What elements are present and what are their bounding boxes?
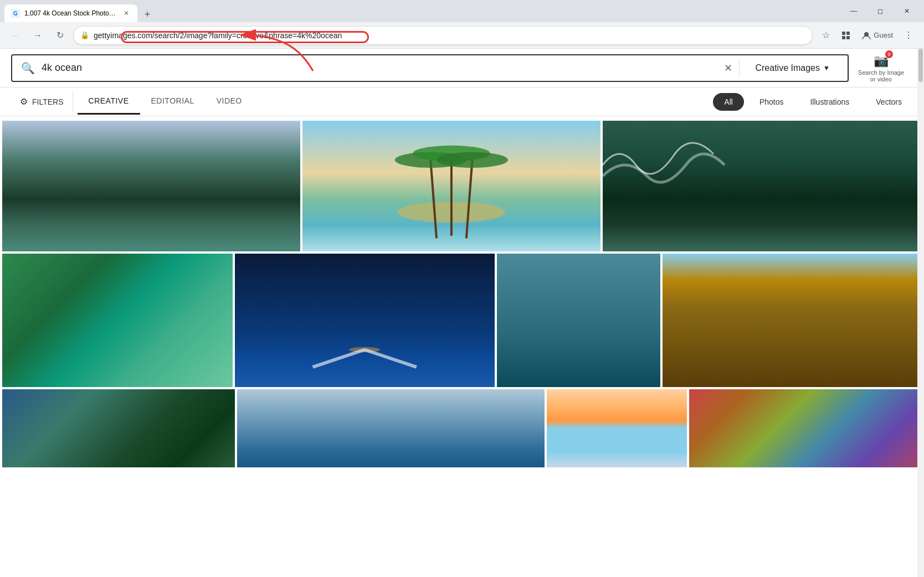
- browser-frame: G 1,007 4k Ocean Stock Photos, H... ✕ + …: [0, 0, 924, 577]
- svg-point-12: [437, 152, 508, 168]
- tab-close-button[interactable]: ✕: [122, 9, 131, 18]
- bookmark-button[interactable]: ☆: [817, 27, 835, 44]
- restore-button[interactable]: ◻: [867, 2, 893, 20]
- profile-label: Guest: [874, 31, 893, 39]
- sliders-icon: ⚙: [20, 96, 28, 107]
- tab-editorial[interactable]: EDITORIAL: [140, 89, 206, 115]
- svg-rect-1: [846, 32, 850, 35]
- active-tab[interactable]: G 1,007 4k Ocean Stock Photos, H... ✕: [4, 4, 137, 22]
- view-illustrations-button[interactable]: Illustrations: [799, 93, 860, 111]
- svg-rect-0: [842, 32, 845, 35]
- window-controls: — ◻ ✕: [841, 2, 920, 20]
- browser-content: 🔍 4k ocean ✕ Creative Images ▼ 📷 9 Searc…: [0, 49, 924, 577]
- back-button[interactable]: ←: [7, 27, 24, 44]
- view-type-buttons: All Photos Illustrations Vectors: [713, 93, 913, 111]
- image-row-2: [0, 251, 924, 387]
- creative-images-button[interactable]: Creative Images ▼: [746, 63, 838, 73]
- view-all-button[interactable]: All: [713, 93, 744, 111]
- close-button[interactable]: ✕: [894, 2, 920, 20]
- view-vectors-button[interactable]: Vectors: [865, 93, 913, 111]
- search-icon: 🔍: [21, 61, 35, 75]
- svg-rect-3: [846, 36, 850, 39]
- title-bar: G 1,007 4k Ocean Stock Photos, H... ✕ + …: [0, 0, 924, 22]
- image-grid: [0, 116, 924, 577]
- new-tab-button[interactable]: +: [140, 7, 155, 22]
- forward-button[interactable]: →: [29, 27, 47, 44]
- image-lighthouse[interactable]: [547, 389, 686, 467]
- chevron-down-icon: ▼: [823, 64, 830, 72]
- svg-line-15: [313, 350, 365, 367]
- image-sailboat[interactable]: [235, 254, 494, 387]
- scrollbar-thumb[interactable]: [918, 49, 923, 82]
- filter-tabs: CREATIVE EDITORIAL VIDEO: [78, 89, 713, 115]
- tab-favicon: G: [11, 9, 20, 18]
- notification-badge: 9: [885, 50, 893, 58]
- svg-line-9: [466, 160, 473, 239]
- image-coast-road[interactable]: [2, 254, 233, 387]
- address-bar-actions: ☆ Guest ⋮: [817, 27, 917, 44]
- tab-strip: G 1,007 4k Ocean Stock Photos, H... ✕ +: [4, 0, 834, 22]
- svg-line-16: [365, 350, 417, 367]
- image-row-3: [0, 387, 924, 467]
- svg-rect-2: [842, 36, 845, 39]
- tab-title: 1,007 4k Ocean Stock Photos, H...: [24, 9, 117, 17]
- image-textile[interactable]: [689, 389, 922, 467]
- filters-button[interactable]: ⚙ FILTERS: [11, 92, 73, 111]
- search-by-image-button[interactable]: 📷 9 Search by Imageor video: [849, 54, 913, 83]
- extensions-button[interactable]: [837, 27, 855, 44]
- filters-label: FILTERS: [32, 97, 64, 106]
- menu-button[interactable]: ⋮: [900, 27, 917, 44]
- tab-video[interactable]: VIDEO: [206, 89, 253, 115]
- filter-bar: ⚙ FILTERS CREATIVE EDITORIAL VIDEO All P…: [0, 87, 924, 116]
- image-ship[interactable]: [237, 389, 545, 467]
- scrollbar[interactable]: [917, 49, 924, 577]
- annotation-arrow: [47, 29, 335, 74]
- tab-creative[interactable]: CREATIVE: [78, 89, 140, 115]
- image-canyon[interactable]: [663, 254, 922, 387]
- image-aerial-islands[interactable]: [2, 121, 300, 251]
- image-ocean-wave[interactable]: [603, 121, 922, 251]
- image-birds-ocean[interactable]: [497, 254, 660, 387]
- view-photos-button[interactable]: Photos: [748, 93, 795, 111]
- minimize-button[interactable]: —: [841, 2, 866, 20]
- svg-line-7: [430, 160, 437, 239]
- image-palm-island[interactable]: [302, 121, 600, 251]
- clear-search-button[interactable]: ✕: [724, 62, 732, 74]
- search-divider: [739, 60, 740, 76]
- profile-button[interactable]: Guest: [857, 28, 897, 43]
- creative-images-label: Creative Images: [755, 63, 820, 73]
- search-by-image-label: Search by Imageor video: [858, 69, 904, 83]
- image-row-1: [0, 119, 924, 251]
- image-cliffs[interactable]: [2, 389, 235, 467]
